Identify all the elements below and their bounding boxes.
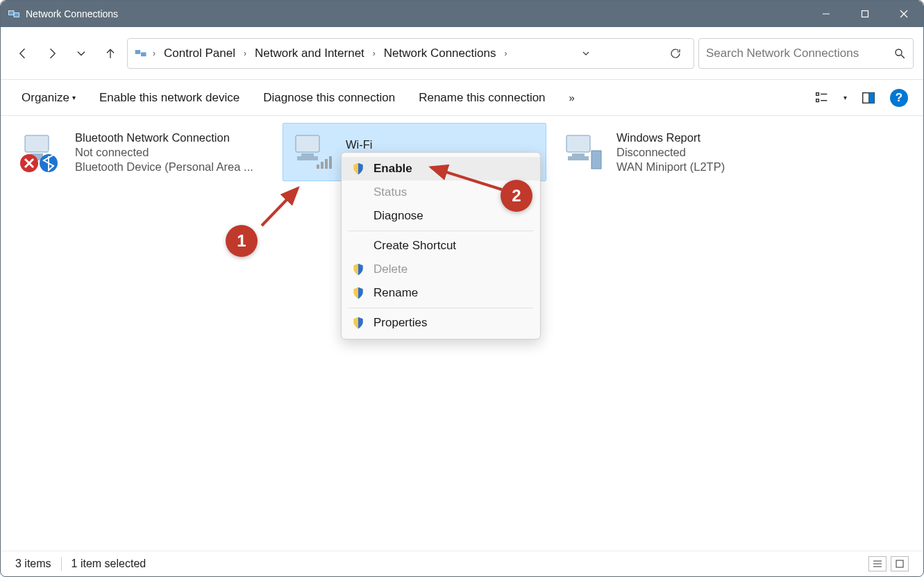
svg-rect-31 — [568, 156, 589, 160]
connection-device: WAN Miniport (L2TP) — [616, 160, 725, 174]
svg-rect-16 — [869, 92, 874, 103]
chevron-right-icon: › — [151, 49, 157, 58]
ctx-label: Properties — [373, 316, 427, 330]
shield-icon — [351, 262, 365, 276]
shield-icon — [351, 316, 365, 330]
status-selected-count: 1 item selected — [72, 558, 146, 570]
address-history-dropdown[interactable] — [573, 41, 598, 66]
connection-status: Not connected — [75, 146, 253, 159]
svg-rect-28 — [329, 156, 332, 169]
bluetooth-connection-icon — [17, 130, 67, 174]
connection-name: Windows Report — [616, 131, 725, 144]
connection-item-bluetooth[interactable]: Bluetooth Network Connection Not connect… — [12, 123, 276, 181]
ctx-create-shortcut[interactable]: Create Shortcut — [342, 234, 540, 258]
separator — [348, 308, 533, 308]
shield-icon — [351, 286, 365, 300]
enable-device-button[interactable]: Enable this network device — [94, 88, 245, 108]
ctx-label: Status — [373, 185, 407, 199]
view-options-button[interactable] — [810, 86, 834, 110]
svg-rect-32 — [591, 151, 601, 169]
up-button[interactable] — [98, 41, 123, 66]
svg-rect-30 — [572, 153, 585, 156]
recent-button[interactable] — [69, 41, 94, 66]
ctx-label: Rename — [373, 286, 418, 300]
svg-rect-25 — [317, 165, 319, 169]
annotation-badge-2: 2 — [501, 180, 532, 212]
svg-rect-7 — [141, 52, 146, 56]
ctx-properties[interactable]: Properties — [342, 311, 540, 335]
annotation-arrow-2 — [424, 160, 507, 195]
refresh-button[interactable] — [663, 41, 688, 66]
connection-status: Disconnected — [616, 146, 725, 159]
ctx-label: Diagnose — [373, 209, 423, 223]
overflow-button[interactable]: » — [564, 89, 580, 106]
back-button[interactable] — [10, 41, 35, 66]
search-input[interactable] — [706, 47, 893, 60]
chevron-right-icon: › — [242, 49, 248, 58]
breadcrumb-item[interactable]: Control Panel — [160, 44, 240, 63]
svg-rect-3 — [862, 11, 868, 17]
breadcrumb-item[interactable]: Network and Internet — [251, 44, 369, 63]
svg-rect-6 — [135, 50, 141, 54]
ctx-label: Enable — [373, 162, 412, 176]
connection-name: Wi-Fi — [346, 138, 390, 151]
svg-rect-22 — [296, 135, 319, 152]
address-icon — [133, 46, 149, 61]
nav-row: › Control Panel › Network and Internet ›… — [1, 27, 923, 80]
preview-pane-button[interactable] — [857, 86, 880, 110]
command-bar: Organize▾ Enable this network device Dia… — [1, 80, 923, 116]
close-button[interactable] — [884, 1, 923, 27]
status-item-count: 3 items — [15, 558, 51, 570]
svg-rect-23 — [301, 153, 314, 156]
svg-rect-10 — [816, 92, 819, 95]
svg-rect-17 — [25, 135, 49, 152]
svg-rect-24 — [297, 156, 318, 160]
diagnose-connection-button[interactable]: Diagnose this connection — [258, 88, 401, 108]
svg-rect-11 — [816, 99, 819, 101]
forward-button[interactable] — [40, 41, 65, 66]
ctx-label: Create Shortcut — [373, 239, 456, 253]
breadcrumb-item[interactable]: Network Connections — [380, 44, 501, 63]
chevron-right-icon: › — [503, 49, 508, 58]
view-large-button[interactable] — [891, 556, 909, 571]
shield-icon — [351, 162, 365, 176]
svg-rect-38 — [896, 560, 903, 567]
svg-rect-1 — [14, 13, 19, 17]
svg-line-33 — [262, 188, 298, 226]
svg-point-8 — [896, 49, 902, 56]
organize-menu[interactable]: Organize▾ — [16, 88, 81, 108]
chevron-right-icon: › — [371, 49, 377, 58]
separator — [61, 557, 62, 571]
chevron-down-icon: ▾ — [843, 94, 847, 101]
maximize-button[interactable] — [846, 1, 884, 27]
chevron-down-icon: ▾ — [72, 94, 76, 101]
ctx-delete: Delete — [342, 258, 540, 281]
svg-rect-27 — [325, 159, 328, 169]
ctx-label: Delete — [373, 262, 408, 276]
rename-connection-button[interactable]: Rename this connection — [413, 88, 551, 108]
annotation-badge-1: 1 — [226, 225, 258, 257]
window-title: Network Connections — [26, 8, 118, 19]
svg-rect-29 — [566, 135, 590, 152]
app-icon — [8, 8, 20, 20]
svg-line-34 — [431, 167, 502, 190]
window-titlebar: Network Connections — [1, 1, 923, 27]
search-icon[interactable] — [893, 47, 906, 60]
connection-name: Bluetooth Network Connection — [75, 131, 253, 144]
minimize-button[interactable] — [807, 1, 846, 27]
connection-item-vpn[interactable]: Windows Report Disconnected WAN Miniport… — [553, 123, 803, 181]
svg-rect-26 — [321, 162, 324, 169]
svg-line-9 — [901, 55, 905, 58]
help-button[interactable]: ? — [890, 89, 908, 107]
annotation-arrow-1 — [258, 181, 306, 230]
connection-device: Bluetooth Device (Personal Area ... — [75, 160, 253, 174]
address-bar[interactable]: › Control Panel › Network and Internet ›… — [127, 38, 694, 69]
search-box[interactable] — [698, 38, 914, 69]
svg-rect-0 — [9, 11, 15, 15]
ctx-rename[interactable]: Rename — [342, 281, 540, 305]
wifi-connection-icon — [287, 130, 337, 174]
view-details-button[interactable] — [868, 556, 887, 571]
vpn-connection-icon — [558, 130, 608, 174]
separator — [348, 231, 533, 231]
status-bar: 3 items 1 item selected — [1, 551, 923, 576]
